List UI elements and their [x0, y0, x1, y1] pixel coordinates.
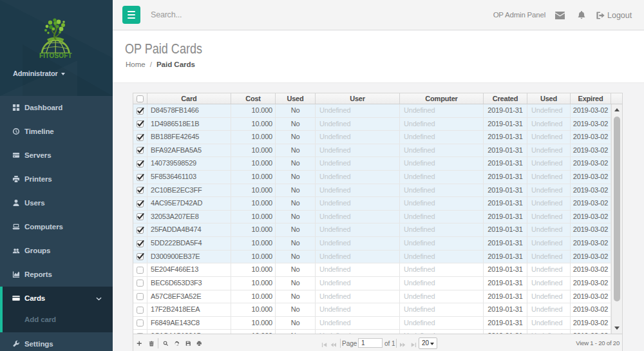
- svg-text:FITOSOFT: FITOSOFT: [39, 52, 72, 59]
